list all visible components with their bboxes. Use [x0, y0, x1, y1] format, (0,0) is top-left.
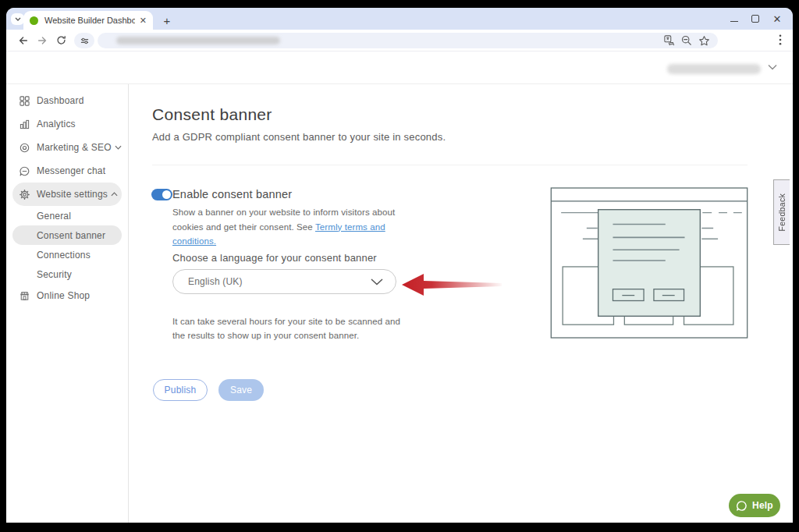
chevron-down-icon — [768, 64, 777, 70]
forward-arrow-icon — [37, 35, 48, 46]
site-settings-chip[interactable] — [74, 33, 94, 48]
chevron-down-icon — [371, 278, 383, 286]
sidebar-subitem-connections[interactable]: Connections — [12, 245, 122, 264]
toggle-knob — [162, 190, 171, 199]
refresh-button[interactable] — [51, 31, 70, 50]
help-chat-icon — [736, 500, 748, 512]
sidebar-item-online-shop[interactable]: Online Shop — [12, 284, 122, 307]
sidebar-subitem-security[interactable]: Security — [12, 264, 122, 284]
dashboard-grid-icon — [19, 95, 30, 106]
page-subtitle: Add a GDPR compliant consent banner to y… — [152, 131, 446, 143]
account-menu-button[interactable] — [768, 64, 777, 70]
browser-tab-strip: Website Builder Dashboard ✕ + ✕ — [6, 8, 793, 30]
enable-consent-banner-label: Enable consent banner — [172, 188, 292, 200]
language-select-label: Choose a language for your consent banne… — [172, 252, 377, 264]
storefront-icon — [19, 290, 30, 301]
new-tab-button[interactable]: + — [159, 12, 175, 28]
browser-menu-button[interactable] — [779, 34, 782, 45]
save-button[interactable]: Save — [218, 379, 264, 401]
help-button[interactable]: Help — [729, 494, 780, 517]
browser-toolbar — [6, 30, 793, 51]
refresh-icon — [56, 35, 66, 45]
window-minimize-button[interactable] — [730, 16, 738, 22]
obscured-url-text — [116, 37, 280, 44]
chevron-up-icon — [111, 192, 118, 197]
sidebar-subitem-general[interactable]: General — [12, 206, 122, 225]
feedback-tab[interactable]: Feedback — [773, 179, 790, 245]
sidebar-nav: Dashboard Analytics Marketing & SEO Mess… — [6, 84, 129, 523]
language-dropdown[interactable]: English (UK) — [172, 269, 396, 294]
bookmark-star-icon[interactable] — [698, 35, 710, 47]
target-icon — [19, 142, 30, 153]
sidebar-item-dashboard[interactable]: Dashboard — [12, 89, 122, 112]
sidebar-item-messenger-chat[interactable]: Messenger chat — [12, 159, 122, 183]
window-maximize-button[interactable] — [751, 15, 759, 23]
forward-button[interactable] — [33, 31, 51, 50]
help-button-label: Help — [752, 500, 773, 511]
enable-consent-banner-toggle[interactable] — [151, 189, 172, 200]
browser-window: Website Builder Dashboard ✕ + ✕ — [6, 8, 793, 523]
window-close-button[interactable]: ✕ — [772, 14, 782, 23]
main-content: Consent banner Add a GDPR compliant cons… — [129, 84, 793, 523]
red-pointer-arrow — [400, 271, 503, 298]
back-button[interactable] — [14, 31, 33, 50]
scan-note-text: It can take several hours for your site … — [172, 314, 414, 343]
gear-icon — [19, 189, 30, 200]
translate-icon[interactable] — [664, 35, 675, 46]
chevron-down-icon — [115, 145, 122, 150]
app-header — [6, 51, 793, 84]
tab-title: Website Builder Dashboard — [44, 16, 135, 25]
site-favicon — [30, 16, 38, 25]
sidebar-item-marketing-seo[interactable]: Marketing & SEO — [12, 136, 122, 159]
sidebar-item-analytics[interactable]: Analytics — [12, 112, 122, 136]
sidebar-subitem-consent-banner[interactable]: Consent banner — [12, 225, 122, 245]
obscured-account-name — [667, 64, 761, 74]
back-arrow-icon — [18, 35, 29, 46]
language-selected-value: English (UK) — [188, 276, 371, 287]
sidebar-item-website-settings[interactable]: Website settings — [12, 183, 122, 206]
chat-bubble-icon — [19, 165, 30, 176]
tab-close-icon[interactable]: ✕ — [140, 16, 147, 26]
zoom-icon[interactable] — [681, 35, 692, 46]
chevron-down-icon — [15, 17, 21, 21]
browser-tab[interactable]: Website Builder Dashboard ✕ — [23, 11, 153, 30]
section-divider — [152, 165, 748, 165]
kebab-menu-icon — [779, 34, 782, 45]
consent-banner-illustration — [549, 187, 749, 339]
analytics-bars-icon — [19, 119, 30, 129]
feedback-tab-label: Feedback — [777, 193, 787, 232]
tab-search-button[interactable] — [11, 13, 24, 25]
publish-button[interactable]: Publish — [153, 379, 208, 401]
enable-consent-banner-description: Show a banner on your website to inform … — [172, 205, 408, 249]
url-bar[interactable] — [98, 33, 718, 48]
page-title: Consent banner — [152, 105, 272, 124]
tune-icon — [80, 37, 89, 45]
